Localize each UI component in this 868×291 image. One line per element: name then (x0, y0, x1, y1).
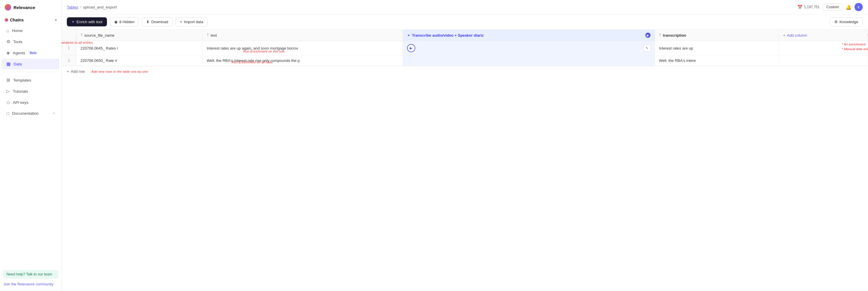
cell-empty (779, 55, 868, 66)
calendar-icon: 📅 (797, 5, 802, 9)
chains-label: Chains (10, 18, 24, 22)
col-header-text: T text (203, 30, 403, 41)
enrichment-arrow-icon: ▶ (645, 33, 651, 38)
sidebar-bottom: Need help? Talk to our team Join the Rel… (0, 266, 61, 291)
agents-icon: ◈ (6, 50, 10, 55)
sidebar-item-tutorials[interactable]: ▷ Tutorials (2, 86, 60, 96)
topbar-right: 📅 1,197,751 Custom 🔔 c (797, 3, 863, 11)
download-icon: ⬇ (146, 20, 150, 24)
api-key-icon: ◇ (6, 100, 10, 105)
table-row: 2 220706.0650_ Rate ri Well, the RBA's i… (62, 55, 868, 66)
sidebar-item-agents[interactable]: ◈ Agents Beta (2, 48, 60, 58)
sidebar-item-data[interactable]: ▦ Data (2, 59, 60, 69)
col-header-add[interactable]: + Add column (779, 30, 868, 41)
breadcrumb-current: upload_and_export (83, 5, 117, 9)
hidden-columns-button[interactable]: ◉ 8 Hidden (110, 17, 139, 26)
sidebar-item-label: Data (13, 62, 22, 66)
text-type-icon: T (659, 33, 661, 37)
col-header-source_file_name: T source_file_name (76, 30, 203, 41)
app-name: Relevance (13, 5, 35, 10)
enrich-button[interactable]: ✦ Enrich with tool (67, 17, 107, 26)
sidebar-item-label: Agents (13, 51, 25, 55)
community-link[interactable]: Join the Relevance community (3, 281, 58, 288)
secondary-nav: ⊞ Templates ▷ Tutorials ◇ API keys □ Doc… (0, 75, 61, 119)
breadcrumb-separator: / (80, 5, 81, 9)
col-label: source_file_name (84, 33, 115, 37)
plus-icon: + (783, 33, 785, 37)
table-area: T source_file_name T text ✦ Transc (62, 30, 868, 291)
eye-icon: ◉ (114, 20, 118, 24)
sidebar-item-label: API keys (13, 100, 28, 105)
add-row-annotation: Add new rows to the table one-by-one (91, 70, 148, 73)
topbar: Tables / upload_and_export 📅 1,197,751 C… (62, 0, 868, 14)
sidebar-item-label: Home (12, 28, 23, 33)
gear-icon: ⚙ (834, 20, 838, 24)
logo-icon (5, 4, 11, 10)
record-count: 📅 1,197,751 (797, 5, 820, 9)
cell-transcription: Interest rates are up (655, 41, 779, 55)
sidebar-item-label: Tutorials (13, 89, 28, 94)
sidebar-item-home[interactable]: ⌂ Home (2, 26, 60, 36)
breadcrumb: Tables / upload_and_export (67, 5, 117, 9)
tutorials-icon: ▷ (6, 89, 10, 94)
add-col-label: Add column (787, 33, 807, 37)
edit-enrichment-button[interactable]: ✎ (644, 45, 651, 52)
data-icon: ▦ (6, 61, 10, 66)
toolbar: ✦ Enrich with tool ◉ 8 Hidden ⬇ Download… (62, 14, 868, 30)
col-label: transcription (663, 33, 686, 37)
sidebar-item-tools[interactable]: ⚙ Tools (2, 36, 60, 47)
col-header-transcription: T transcription (655, 30, 779, 41)
col-label: text (211, 33, 217, 37)
chains-section[interactable]: Chains ▾ (0, 14, 61, 25)
text-type-icon: T (207, 33, 209, 37)
primary-nav: ⌂ Home ⚙ Tools ◈ Agents Beta ▦ Data (0, 25, 61, 69)
sparkle-icon: ✦ (407, 33, 410, 37)
cell-source_file_name: 220706.0650_ Rate ri (76, 55, 203, 66)
col-header-rownum (62, 30, 76, 41)
notification-button[interactable]: 🔔 (846, 4, 851, 10)
sidebar-item-label: Templates (13, 78, 31, 82)
text-type-icon: T (81, 33, 83, 37)
cell-transcription: Well, the RBA's intere (655, 55, 779, 66)
external-link-icon: ↗ (53, 112, 55, 115)
import-button[interactable]: + Import data (176, 17, 208, 26)
run-enrichment-row-button[interactable]: ▶ (407, 44, 415, 52)
docs-icon: □ (6, 111, 9, 116)
beta-badge: Beta (28, 51, 38, 55)
row-number: 1 (62, 41, 76, 55)
row-number: 2 (62, 55, 76, 66)
home-icon: ⌂ (6, 28, 9, 33)
col-header-enrichment[interactable]: ✦ Transcribe audio/video + Speaker diari… (403, 30, 655, 41)
cell-source_file_name: 220706.0645_ Rates r (76, 41, 203, 55)
sidebar-item-label: Tools (13, 39, 23, 44)
avatar-button[interactable]: c (855, 3, 863, 11)
app-logo: Relevance (0, 0, 61, 14)
chevron-down-icon: ▾ (55, 19, 57, 22)
tools-icon: ⚙ (6, 39, 10, 44)
cell-text: Interest rates are up again, and soon mo… (203, 41, 403, 55)
table-row: 1 220706.0645_ Rates r Interest rates ar… (62, 41, 868, 55)
sidebar-item-documentation[interactable]: □ Documentation ↗ (2, 108, 60, 118)
enrichment-col-label: Transcribe audio/video + Speaker diariz (412, 33, 484, 37)
breadcrumb-parent[interactable]: Tables (67, 5, 78, 9)
record-count-value: 1,197,751 (804, 5, 820, 9)
sidebar-item-api-keys[interactable]: ◇ API keys (2, 97, 60, 108)
add-row-label: Add row (71, 69, 85, 74)
custom-button[interactable]: Custom (823, 3, 843, 11)
download-button[interactable]: ⬇ Download (142, 17, 173, 26)
sidebar-item-templates[interactable]: ⊞ Templates (2, 75, 60, 85)
sidebar: Relevance Chains ▾ ⌂ Home ⚙ Tools ◈ Agen… (0, 0, 62, 291)
sidebar-item-label: Documentation (12, 111, 39, 116)
need-help-button[interactable]: Need help? Talk to our team (3, 270, 58, 279)
plus-icon: + (180, 20, 182, 24)
star-icon: ✦ (71, 20, 75, 24)
knowledge-button[interactable]: ⚙ Knowledge (830, 17, 863, 26)
plus-icon: + (67, 69, 69, 74)
nav-divider (5, 72, 57, 72)
templates-icon: ⊞ (6, 78, 10, 83)
add-row-button[interactable]: + Add row Add new rows to the table one-… (62, 66, 868, 77)
main-content: Tables / upload_and_export 📅 1,197,751 C… (62, 0, 868, 291)
cell-empty (779, 41, 868, 55)
cell-enrichment: ▶ ✎ (403, 41, 655, 55)
cell-enrichment (403, 55, 655, 66)
